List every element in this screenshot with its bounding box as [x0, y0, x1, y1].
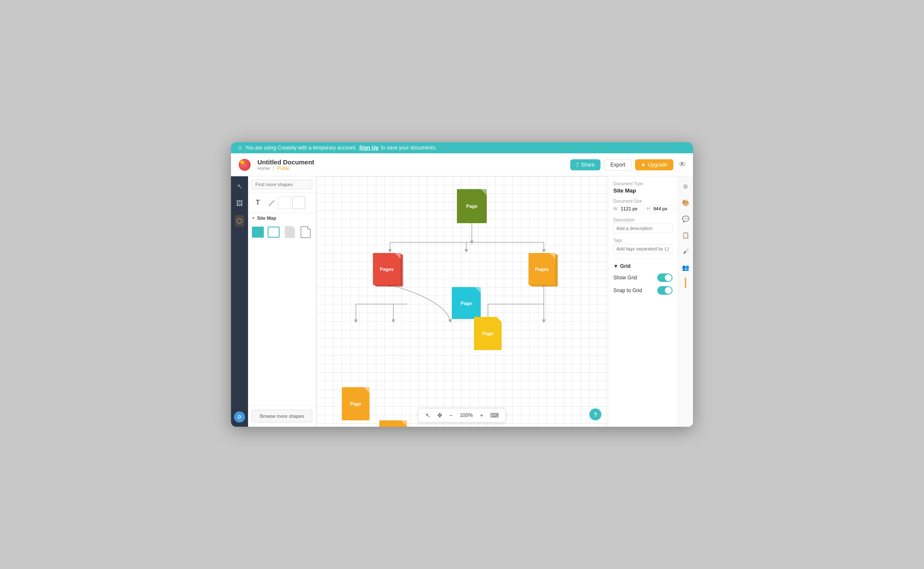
- shape-outline-rect[interactable]: [267, 226, 280, 239]
- height-field: H: [647, 205, 676, 213]
- export-button[interactable]: Export: [604, 159, 632, 171]
- zoom-in-button[interactable]: +: [478, 411, 485, 420]
- keyboard-button[interactable]: ⌨: [488, 411, 500, 420]
- breadcrumb: Home | Public: [257, 166, 566, 171]
- notification-banner: ⚠ You are using Creately with a temporar…: [231, 142, 693, 153]
- shape-doc-2[interactable]: [299, 226, 312, 239]
- star-icon: ★: [641, 162, 646, 168]
- tags-input[interactable]: [613, 244, 673, 253]
- settings-icon[interactable]: ⚙: [680, 181, 692, 193]
- zoom-level: 100%: [458, 412, 475, 418]
- section-divider: [613, 259, 673, 259]
- width-field: W: [613, 205, 644, 213]
- people-icon[interactable]: 👥: [680, 262, 692, 273]
- description-label: Description: [613, 218, 673, 222]
- doc-type-label: Document Type: [613, 181, 673, 186]
- description-input[interactable]: [613, 224, 673, 233]
- grid-section-title: ▼ Grid: [613, 263, 673, 269]
- show-grid-label: Show Grid: [613, 275, 637, 281]
- right-icon-bar: ⚙ 🎨 💬 📋 🖌 👥: [678, 176, 693, 427]
- document-title: Untitled Document: [257, 158, 566, 166]
- browse-more-button[interactable]: Browse more shapes: [251, 410, 312, 422]
- node-left-stack[interactable]: Pages: [373, 253, 401, 285]
- shape-tool-2[interactable]: [292, 196, 305, 209]
- description-section: Description: [613, 218, 673, 233]
- logo[interactable]: [236, 159, 253, 171]
- tags-section: Tags: [613, 238, 673, 253]
- doc-type-value: Site Map: [613, 187, 673, 194]
- signup-link[interactable]: Sign Up: [359, 145, 378, 151]
- shapes-panel: T — ▼ Site Map Browse more shapes: [248, 176, 316, 427]
- brush-icon[interactable]: 🖌: [680, 245, 692, 257]
- notes-icon[interactable]: 📋: [680, 229, 692, 241]
- width-input[interactable]: [618, 205, 644, 213]
- doc-size-section: Document Size W H: [613, 199, 673, 213]
- line-tool[interactable]: —: [263, 195, 279, 211]
- node-mid[interactable]: Page: [452, 287, 481, 319]
- header-actions: ⤴ Share Export ★ Upgrade 👁: [570, 158, 688, 171]
- width-label: W: [613, 207, 617, 211]
- node-lm[interactable]: Page: [379, 420, 407, 427]
- node-right-label: Pages: [535, 267, 549, 272]
- search-area: [248, 176, 316, 193]
- doc-type-section: Document Type Site Map: [613, 181, 673, 194]
- shape-grid: [248, 223, 316, 241]
- height-label: H: [647, 207, 650, 211]
- document-title-area: Untitled Document Home | Public: [257, 158, 566, 171]
- main-layout: ↖ 🖼 ⬡ D T — ▼ Site Map: [231, 176, 693, 427]
- banner-suffix: to save your documents.: [381, 145, 437, 151]
- node-root[interactable]: Page: [457, 189, 487, 223]
- shape-tool-1[interactable]: [278, 196, 291, 209]
- node-rm[interactable]: Page: [474, 317, 502, 350]
- bottom-toolbar: ↖ ✥ − 100% + ⌨: [418, 408, 506, 422]
- upgrade-button[interactable]: ★ Upgrade: [635, 159, 673, 170]
- sidebar-icon-image[interactable]: 🖼: [234, 198, 245, 209]
- node-left-label: Pages: [380, 267, 393, 272]
- right-panel-content: Document Type Site Map Document Size W H: [608, 176, 678, 427]
- indicator-line: [685, 278, 686, 288]
- chevron-grid-icon: ▼: [613, 263, 618, 269]
- sidebar-icon-shapes[interactable]: ⬡: [235, 215, 244, 227]
- move-tool-button[interactable]: ✥: [436, 411, 444, 420]
- node-ll[interactable]: Page: [342, 387, 370, 420]
- snap-grid-toggle[interactable]: [657, 286, 673, 295]
- node-root-label: Page: [466, 204, 477, 209]
- share-icon: ⤴: [576, 162, 579, 168]
- node-rm-label: Page: [482, 331, 493, 336]
- breadcrumb-home[interactable]: Home: [257, 166, 270, 171]
- tool-icons-row: T —: [248, 193, 316, 213]
- search-input[interactable]: [251, 180, 312, 189]
- doc-size-label: Document Size: [613, 199, 673, 204]
- user-avatar[interactable]: D: [234, 411, 245, 422]
- right-panel: Document Type Site Map Document Size W H: [608, 176, 693, 427]
- node-right-stack[interactable]: Pages: [528, 253, 555, 285]
- comment-icon[interactable]: 💬: [680, 213, 692, 225]
- sitemap-section[interactable]: ▼ Site Map: [248, 213, 316, 223]
- browse-more-area: Browse more shapes: [248, 405, 316, 427]
- shape-doc-1[interactable]: [283, 226, 296, 239]
- help-button[interactable]: ?: [589, 408, 601, 420]
- size-inputs: W H: [613, 205, 673, 213]
- shape-filled-rect[interactable]: [251, 226, 264, 239]
- snap-grid-label: Snap to Grid: [613, 287, 642, 293]
- show-grid-row: Show Grid: [613, 273, 673, 282]
- select-tool-button[interactable]: ↖: [424, 411, 432, 420]
- tags-label: Tags: [613, 238, 673, 243]
- share-button[interactable]: ⤴ Share: [570, 159, 601, 170]
- left-sidebar: ↖ 🖼 ⬡ D: [231, 176, 248, 427]
- node-ll-label: Page: [350, 401, 361, 406]
- text-tool[interactable]: T: [251, 196, 264, 209]
- show-grid-toggle[interactable]: [657, 273, 673, 282]
- breadcrumb-separator: |: [273, 166, 274, 171]
- banner-text: You are using Creately with a temporary …: [245, 145, 357, 151]
- breadcrumb-public[interactable]: Public: [277, 166, 290, 171]
- warning-icon: ⚠: [238, 145, 243, 151]
- snap-grid-row: Snap to Grid: [613, 286, 673, 295]
- sidebar-icon-cursor[interactable]: ↖: [235, 181, 244, 192]
- chevron-icon: ▼: [251, 216, 255, 220]
- preview-button[interactable]: 👁: [677, 158, 688, 171]
- zoom-out-button[interactable]: −: [448, 411, 454, 420]
- height-input[interactable]: [651, 205, 677, 213]
- canvas-area[interactable]: Page Pages Page Pages: [316, 176, 608, 427]
- palette-icon[interactable]: 🎨: [680, 197, 692, 209]
